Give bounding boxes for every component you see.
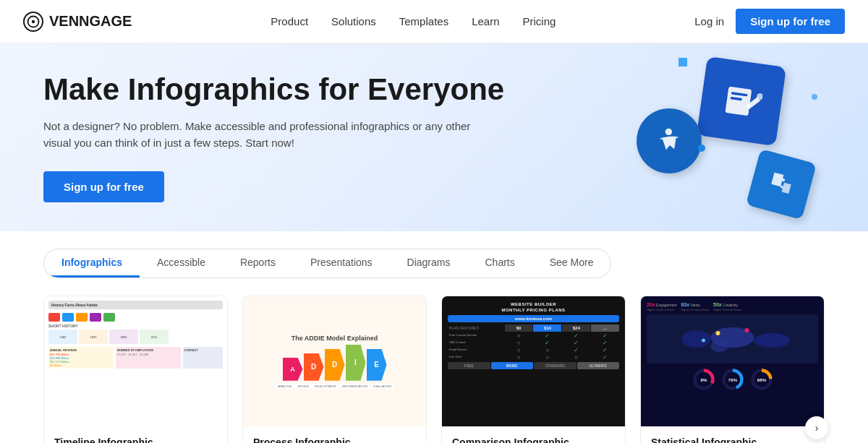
card-timeline[interactable]: History Facts About Adobe SHORT HISTORY … xyxy=(43,296,228,443)
card-timeline-thumb: History Facts About Adobe SHORT HISTORY … xyxy=(44,296,227,426)
svg-rect-3 xyxy=(731,91,747,96)
logo-icon xyxy=(23,12,43,32)
card-process-title: Process Infographic xyxy=(253,436,416,443)
tab-accessible[interactable]: Accessible xyxy=(140,249,223,278)
svg-point-9 xyxy=(754,333,791,348)
tab-charts[interactable]: Charts xyxy=(467,249,532,278)
deco-dot-1 xyxy=(678,58,687,66)
card-comparison-body: Comparison Infographic Compare, highligh… xyxy=(442,426,625,443)
chevron-right-icon: › xyxy=(815,422,819,434)
logo[interactable]: VENNGAGE xyxy=(23,12,132,32)
svg-point-7 xyxy=(682,330,711,348)
card-comparison-thumb: WEBSITE BUILDER MONTHLY PRICING PLANS ww… xyxy=(442,296,625,426)
nav-templates[interactable]: Templates xyxy=(399,15,448,27)
nav-solutions[interactable]: Solutions xyxy=(331,15,376,27)
cards-row: History Facts About Adobe SHORT HISTORY … xyxy=(43,296,825,443)
card-timeline-body: Timeline Infographic Make an infographic… xyxy=(44,426,227,443)
navbar: VENNGAGE Product Solutions Templates Lea… xyxy=(0,0,868,43)
statistical-mockup: 20x Engagement Higher Content Views 83x … xyxy=(641,296,824,426)
card-statistical-title: Statistical Infographic xyxy=(651,436,814,443)
hero-subtitle: Not a designer? No problem. Make accessi… xyxy=(43,119,477,151)
card-statistical-thumb: 20x Engagement Higher Content Views 83x … xyxy=(641,296,824,426)
hero-section: Make Infographics for Everyone Not a des… xyxy=(0,43,868,231)
hero-cta-button[interactable]: Sign up for free xyxy=(43,171,164,202)
logo-text: VENNGAGE xyxy=(49,13,132,30)
tab-diagrams[interactable]: Diagrams xyxy=(390,249,468,278)
process-mockup: The ADDIE Model Explained A D xyxy=(243,296,426,426)
nav-links: Product Solutions Templates Learn Pricin… xyxy=(271,15,556,27)
tab-see-more[interactable]: See More xyxy=(532,249,611,278)
svg-point-13 xyxy=(702,339,705,343)
tab-reports[interactable]: Reports xyxy=(223,249,293,278)
nav-pricing[interactable]: Pricing xyxy=(523,15,556,27)
card-comparison-title: Comparison Infographic xyxy=(452,436,615,443)
deco-dot-3 xyxy=(698,145,705,152)
svg-point-5 xyxy=(756,93,763,100)
svg-text:76%: 76% xyxy=(728,377,737,382)
card-timeline-title: Timeline Infographic xyxy=(54,436,217,443)
svg-text:68%: 68% xyxy=(757,377,766,382)
card-statistical-body: Statistical Infographic Tell a story wit… xyxy=(641,426,824,443)
hero-content: Make Infographics for Everyone Not a des… xyxy=(43,72,504,202)
timeline-mockup: History Facts About Adobe SHORT HISTORY … xyxy=(44,296,227,426)
comparison-mockup: WEBSITE BUILDER MONTHLY PRICING PLANS ww… xyxy=(442,296,625,426)
card-process-body: Process Infographic Break down complex p… xyxy=(243,426,426,443)
svg-rect-4 xyxy=(730,96,741,100)
next-arrow-button[interactable]: › xyxy=(805,416,828,439)
nav-product[interactable]: Product xyxy=(271,15,308,27)
tabs-section: Infographics Accessible Reports Presenta… xyxy=(0,231,868,278)
deco-dot-2 xyxy=(812,94,817,100)
hero-title: Make Infographics for Everyone xyxy=(43,72,504,107)
puzzle-piece-1 xyxy=(697,56,786,146)
card-statistical[interactable]: 20x Engagement Higher Content Views 83x … xyxy=(640,296,825,443)
svg-point-12 xyxy=(745,328,749,332)
svg-point-6 xyxy=(665,128,672,135)
svg-point-10 xyxy=(711,340,728,352)
cards-wrapper: History Facts About Adobe SHORT HISTORY … xyxy=(0,278,868,443)
puzzle-piece-2 xyxy=(634,106,705,176)
nav-learn[interactable]: Learn xyxy=(472,15,499,27)
login-button[interactable]: Log in xyxy=(694,15,724,27)
svg-text:8%: 8% xyxy=(700,377,707,382)
hero-decoration xyxy=(593,51,825,210)
tab-infographics[interactable]: Infographics xyxy=(44,249,140,278)
card-process-thumb: The ADDIE Model Explained A D xyxy=(243,296,426,426)
svg-rect-2 xyxy=(725,86,752,116)
puzzle-piece-3 xyxy=(746,149,817,220)
tabs-bar: Infographics Accessible Reports Presenta… xyxy=(43,249,611,278)
svg-point-11 xyxy=(716,331,720,335)
card-process[interactable]: The ADDIE Model Explained A D xyxy=(242,296,427,443)
nav-actions: Log in Sign up for free xyxy=(694,9,845,34)
card-comparison[interactable]: WEBSITE BUILDER MONTHLY PRICING PLANS ww… xyxy=(441,296,626,443)
tab-presentations[interactable]: Presentations xyxy=(293,249,390,278)
signup-button[interactable]: Sign up for free xyxy=(736,9,845,34)
svg-point-1 xyxy=(32,20,35,23)
cards-section: History Facts About Adobe SHORT HISTORY … xyxy=(0,278,868,443)
